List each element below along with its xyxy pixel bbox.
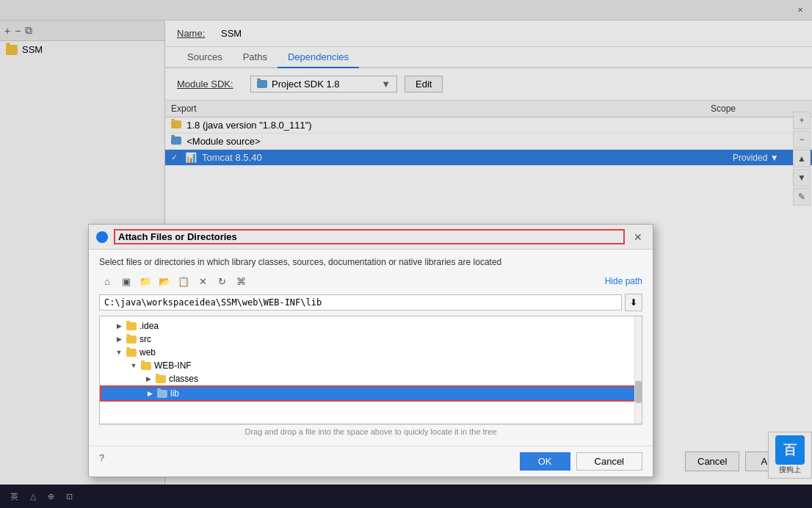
webinf-toggle-icon[interactable]: ▼ [129, 361, 138, 370]
file-tree: ▶ .idea ▶ src ▼ web ▼ [99, 316, 642, 424]
home-button[interactable]: ⌂ [99, 273, 115, 289]
tree-item-idea[interactable]: ▶ .idea [100, 319, 642, 333]
dialog-body: Select files or directories in which lib… [89, 250, 653, 446]
dialog-titlebar: Attach Files or Directories ✕ [89, 225, 653, 250]
web-folder-icon [126, 349, 137, 357]
ide-window: ✕ + − ⧉ SSM Name: SSM Sources Paths Depe… [0, 0, 812, 508]
idea-folder-icon [126, 322, 137, 330]
web-label: web [139, 347, 156, 358]
refresh-button[interactable]: ↻ [214, 273, 230, 289]
tree-item-web[interactable]: ▼ web [100, 346, 642, 359]
dialog-close-button[interactable]: ✕ [631, 231, 645, 243]
src-toggle-icon[interactable]: ▶ [115, 335, 123, 344]
webinf-folder-icon [141, 362, 151, 370]
idea-label: .idea [139, 321, 159, 331]
dialog-description: Select files or directories in which lib… [99, 257, 642, 267]
classes-folder-icon [156, 375, 166, 383]
src-label: src [139, 334, 151, 344]
new-folder-button[interactable]: 📁 [137, 273, 153, 289]
classes-label: classes [169, 374, 198, 384]
attach-files-dialog: Attach Files or Directories ✕ Select fil… [88, 224, 653, 477]
lib-toggle-icon[interactable]: ▶ [145, 389, 154, 398]
tree-scrollbar[interactable] [634, 316, 642, 424]
dialog-toolbar: ⌂ ▣ 📁 📂 📋 ✕ ↻ ⌘ Hide path [99, 273, 642, 289]
lib-label: lib [170, 388, 179, 399]
new-folder2-button[interactable]: 📂 [156, 273, 173, 289]
tree-item-webinf[interactable]: ▼ WEB-INF [100, 359, 642, 372]
web-toggle-icon[interactable]: ▼ [115, 348, 123, 357]
share-button[interactable]: ⌘ [233, 273, 249, 289]
dialog-ok-button[interactable]: OK [520, 452, 570, 471]
drag-hint: Drag and drop a file into the space abov… [99, 424, 642, 438]
src-folder-icon [126, 335, 137, 344]
tree-scrollbar-thumb[interactable] [635, 381, 642, 403]
nav-button[interactable]: 📋 [175, 273, 192, 289]
tree-item-lib[interactable]: ▶ lib [100, 385, 642, 402]
hide-path-link[interactable]: Hide path [605, 276, 642, 286]
path-input[interactable] [99, 294, 622, 311]
dialog-cancel-button[interactable]: Cancel [576, 452, 642, 471]
lib-folder-icon [157, 390, 167, 398]
desktop-button[interactable]: ▣ [118, 273, 134, 289]
dialog-path-row: ⬇ [99, 294, 642, 311]
dialog-help-button[interactable]: ? [99, 452, 104, 471]
dialog-bottom: ? OK Cancel [89, 446, 653, 476]
classes-toggle-icon[interactable]: ▶ [144, 374, 153, 383]
tree-item-src[interactable]: ▶ src [100, 333, 642, 346]
tree-item-classes[interactable]: ▶ classes [100, 372, 642, 385]
dialog-title: Attach Files or Directories [114, 229, 625, 244]
delete-button[interactable]: ✕ [195, 273, 211, 289]
path-download-button[interactable]: ⬇ [625, 294, 642, 311]
webinf-label: WEB-INF [154, 360, 192, 371]
idea-toggle-icon[interactable]: ▶ [115, 322, 123, 330]
dialog-app-icon [96, 231, 108, 243]
